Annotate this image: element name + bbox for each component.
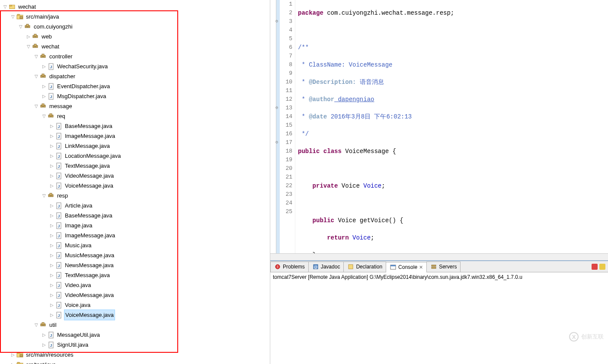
tab-declaration[interactable]: Declaration — [343, 262, 386, 272]
tree-file-wechat-security[interactable]: J WechatSecurity.java — [0, 61, 270, 71]
tree-file[interactable]: JLocationMessage.java — [0, 151, 270, 161]
tree-src-test-java[interactable]: src/test/java — [0, 360, 270, 364]
chevron-right-icon[interactable] — [48, 230, 55, 240]
tree-label: wechat — [17, 1, 37, 12]
java-file-icon: J — [55, 182, 62, 189]
tree-file[interactable]: JMusicMessage.java — [0, 250, 270, 260]
tree-file-msg-dispatcher[interactable]: J MsgDispatcher.java — [0, 91, 270, 101]
code-content[interactable]: package com.cuiyongzhi.wechat.message.re… — [295, 0, 608, 253]
chevron-right-icon[interactable] — [48, 181, 55, 191]
tree-file[interactable]: JSignUtil.java — [0, 340, 270, 350]
console-output[interactable]: tomcat7Server [Remote Java Application] … — [270, 272, 608, 364]
chevron-down-icon[interactable] — [10, 12, 16, 22]
chevron-right-icon[interactable] — [48, 260, 55, 270]
chevron-down-icon[interactable] — [33, 51, 40, 61]
tree-src-main-resources[interactable]: src/main/resources — [0, 350, 270, 360]
chevron-right-icon[interactable] — [48, 141, 55, 151]
chevron-right-icon[interactable] — [48, 290, 55, 300]
chevron-right-icon[interactable] — [41, 91, 48, 101]
chevron-right-icon[interactable] — [48, 131, 55, 141]
package-icon — [40, 103, 47, 110]
tab-servers[interactable]: Servers — [426, 262, 461, 272]
chevron-right-icon[interactable] — [48, 211, 55, 220]
chevron-right-icon[interactable] — [48, 161, 55, 171]
chevron-down-icon[interactable] — [2, 2, 9, 12]
tree-file[interactable]: JVoice.java — [0, 300, 270, 310]
tree-file[interactable]: JTextMessage.java — [0, 270, 270, 280]
chevron-down-icon[interactable] — [33, 101, 40, 111]
tree-file[interactable]: JLinkMessage.java — [0, 141, 270, 151]
chevron-down-icon[interactable] — [17, 22, 24, 32]
tree-file-event-dispatcher[interactable]: J EventDispatcher.java — [0, 81, 270, 91]
chevron-down-icon[interactable] — [41, 191, 48, 201]
tree-file[interactable]: JVideoMessage.java — [0, 290, 270, 300]
tree-package-resp[interactable]: resp — [0, 191, 270, 201]
tree-src-main-java[interactable]: src/main/java — [0, 12, 270, 22]
chevron-right-icon[interactable] — [48, 300, 55, 310]
chevron-right-icon[interactable] — [48, 280, 55, 290]
svg-text:J: J — [58, 274, 60, 278]
chevron-right-icon[interactable] — [25, 32, 32, 42]
close-icon[interactable]: ✕ — [419, 265, 423, 270]
tree-file[interactable]: JVoiceMessage.java — [0, 310, 270, 320]
tab-console[interactable]: Console ✕ — [386, 262, 427, 272]
chevron-right-icon[interactable] — [48, 220, 55, 230]
tree-package-controller[interactable]: controller — [0, 51, 270, 61]
tree-file[interactable]: JImageMessage.java — [0, 230, 270, 240]
tree-file[interactable]: JBaseMessage.java — [0, 211, 270, 220]
tree-package-dispatcher[interactable]: dispatcher — [0, 71, 270, 81]
chevron-right-icon[interactable] — [41, 330, 48, 340]
terminate-button[interactable] — [592, 264, 598, 270]
tab-label: Console — [398, 264, 417, 270]
java-file-icon: J — [48, 63, 54, 70]
tree-file[interactable]: JImageMessage.java — [0, 131, 270, 141]
java-file-icon: J — [55, 123, 62, 130]
chevron-right-icon[interactable] — [10, 360, 16, 364]
chevron-right-icon[interactable] — [48, 151, 55, 161]
chevron-down-icon[interactable] — [41, 111, 48, 121]
tree-file[interactable]: JTextMessage.java — [0, 161, 270, 171]
chevron-right-icon[interactable] — [48, 121, 55, 131]
chevron-down-icon[interactable] — [33, 71, 40, 81]
code-editor[interactable]: 123⊖45678910111213⊖14151617⊖181920212223… — [270, 0, 608, 253]
chevron-right-icon[interactable] — [41, 340, 48, 350]
tree-file[interactable]: JMessageUtil.java — [0, 330, 270, 340]
chevron-right-icon[interactable] — [41, 81, 48, 91]
tree-file[interactable]: JMusic.java — [0, 240, 270, 250]
chevron-right-icon[interactable] — [10, 350, 16, 360]
chevron-right-icon[interactable] — [48, 171, 55, 181]
chevron-right-icon[interactable] — [48, 201, 55, 211]
java-file-icon: J — [55, 133, 62, 140]
tree-file[interactable]: JBaseMessage.java — [0, 121, 270, 131]
tree-package-root[interactable]: com.cuiyongzhi — [0, 22, 270, 32]
chevron-down-icon[interactable] — [25, 42, 32, 51]
chevron-down-icon[interactable] — [33, 320, 40, 330]
tree-file[interactable]: JImage.java — [0, 220, 270, 230]
tree-file[interactable]: JNewsMessage.java — [0, 260, 270, 270]
tab-problems[interactable]: ! Problems — [270, 262, 309, 272]
tree-file[interactable]: JVideoMessage.java — [0, 171, 270, 181]
svg-text:J: J — [50, 343, 52, 348]
chevron-right-icon[interactable] — [48, 250, 55, 260]
tree-package-message[interactable]: message — [0, 101, 270, 111]
chevron-right-icon[interactable] — [48, 270, 55, 280]
toolbar-button[interactable] — [599, 264, 605, 270]
tree-project-wechat[interactable]: wechat — [0, 2, 270, 12]
tree-package-req[interactable]: req — [0, 111, 270, 121]
chevron-right-icon[interactable] — [48, 310, 55, 320]
svg-text:J: J — [58, 144, 60, 149]
panel-toolbar — [592, 264, 608, 270]
tree-file[interactable]: JVideo.java — [0, 280, 270, 290]
project-explorer[interactable]: wechat src/main/java com.cuiyongzhi web — [0, 0, 270, 364]
tree-package-wechat[interactable]: wechat — [0, 42, 270, 51]
tree-package-util[interactable]: util — [0, 320, 270, 330]
chevron-right-icon[interactable] — [48, 240, 55, 250]
tree-file[interactable]: JVoiceMessage.java — [0, 181, 270, 191]
svg-text:J: J — [58, 254, 60, 258]
tree-file[interactable]: JArticle.java — [0, 201, 270, 211]
horizontal-scrollbar[interactable] — [270, 253, 608, 260]
source-folder-icon — [16, 361, 23, 364]
chevron-right-icon[interactable] — [41, 61, 48, 71]
tree-package-web[interactable]: web — [0, 32, 270, 42]
tab-javadoc[interactable]: @ Javadoc — [308, 262, 344, 272]
